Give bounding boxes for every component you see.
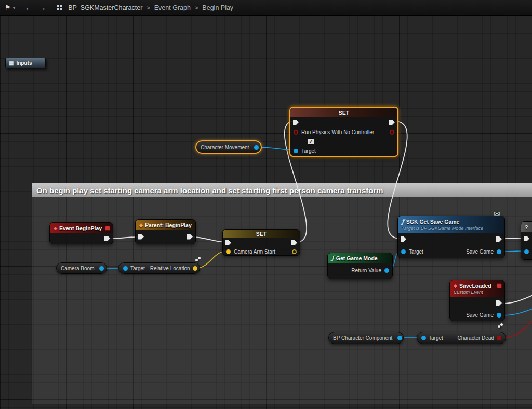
object-output-pin[interactable] — [497, 249, 501, 254]
comment-title: On begin play set starting camera arm lo… — [36, 186, 383, 195]
node-inputs[interactable]: ▦ Inputs — [5, 58, 46, 68]
breadcrumb-item-event-graph[interactable]: Event Graph — [154, 4, 191, 11]
object-input-pin[interactable] — [524, 249, 529, 254]
node-camera-boom[interactable]: Camera Boom — [56, 262, 107, 274]
node-set-run-physics[interactable]: SET Run Physics With No Controller ✓ Tar… — [289, 107, 398, 157]
node-get-game-mode[interactable]: ƒ Get Game Mode Return Value — [327, 253, 393, 279]
node-event-beginplay[interactable]: ◆ Event BeginPlay — [49, 222, 113, 244]
breadcrumb-item-blueprint[interactable]: BP_SGKMasterCharacter — [68, 4, 142, 11]
node-title: SET — [227, 231, 296, 237]
back-button[interactable]: ← — [25, 4, 33, 12]
target-input-pin[interactable] — [294, 149, 298, 153]
breadcrumb-item-begin-play[interactable]: Begin Play — [202, 4, 233, 11]
function-icon: ƒ — [331, 255, 334, 261]
pin-label: Target — [409, 249, 423, 255]
delegate-pin[interactable] — [105, 226, 110, 231]
target-input-pin[interactable] — [123, 266, 128, 271]
node-sgk-get-save-game[interactable]: ƒ SGK Get Save Game Target is BP SGKGame… — [397, 216, 505, 258]
node-header[interactable]: ◆ Event BeginPlay — [50, 223, 113, 233]
bool-input-pin[interactable] — [294, 130, 298, 135]
exec-out-pin[interactable] — [104, 236, 110, 241]
breadcrumb: BP_SGKMasterCharacter > Event Graph > Be… — [68, 4, 233, 11]
exec-out-pin[interactable] — [496, 236, 502, 242]
node-parent-beginplay[interactable]: ◆ Parent: BeginPlay — [135, 219, 196, 244]
node-character-dead[interactable]: Target Character Dead — [417, 332, 506, 344]
window-icon: ▦ — [9, 60, 14, 66]
object-output-pin[interactable] — [384, 268, 389, 273]
variable-label: Relative Location — [150, 266, 190, 271]
node-is-valid-partial[interactable]: ? — [521, 221, 532, 260]
chevron-right-icon: > — [147, 5, 150, 11]
node-save-loaded[interactable]: ◆ SaveLoaded Custom Event Save Game — [449, 280, 505, 321]
node-header[interactable]: ◆ Parent: BeginPlay — [136, 220, 195, 230]
delegate-pin[interactable] — [497, 283, 502, 288]
node-bp-character-component[interactable]: BP Character Component — [328, 332, 404, 344]
node-header[interactable]: SET — [290, 108, 397, 117]
variable-label: Character Movement — [201, 144, 249, 150]
variable-label: BP Character Component — [333, 335, 392, 341]
variable-label: Camera Boom — [61, 266, 94, 271]
pin-label: Target — [301, 148, 316, 154]
target-input-pin[interactable] — [401, 249, 406, 254]
node-relative-location[interactable]: Target Relative Location — [118, 262, 200, 274]
exec-out-pin[interactable] — [496, 300, 502, 306]
node-title: Inputs — [16, 60, 32, 66]
object-output-pin[interactable] — [397, 336, 402, 340]
forward-button[interactable]: → — [38, 4, 46, 12]
bool-output-pin[interactable] — [497, 336, 501, 340]
bookmark-icon[interactable]: ⚑ — [5, 4, 11, 11]
pin-label: Save Game — [466, 312, 494, 318]
vector-output-pin[interactable] — [292, 249, 297, 254]
function-icon: ƒ — [402, 218, 404, 225]
variable-label: Character Dead — [457, 335, 494, 341]
node-header[interactable]: ? — [521, 222, 532, 232]
node-character-movement[interactable]: Character Movement — [195, 140, 262, 154]
object-output-pin[interactable] — [497, 313, 501, 318]
vector-output-pin[interactable] — [193, 266, 197, 271]
graph-toolbar: ⚑ ▾ ← → BP_SGKMasterCharacter > Event Gr… — [0, 0, 532, 16]
checkmark-icon: ✓ — [309, 139, 313, 144]
event-diamond-icon: ◆ — [139, 222, 143, 228]
blueprint-editor: ⚑ ▾ ← → BP_SGKMasterCharacter > Event Gr… — [0, 0, 532, 409]
object-wire-charactermovement-target[interactable] — [258, 147, 293, 150]
object-output-pin[interactable] — [99, 266, 104, 271]
node-subtitle: Target is BP SGKGame Mode Interface — [402, 226, 483, 231]
vector-input-pin[interactable] — [226, 249, 231, 254]
event-diamond-icon: ◆ — [454, 283, 457, 288]
toolbar-divider — [20, 3, 20, 12]
exec-in-pin[interactable] — [225, 240, 231, 245]
node-header[interactable]: SET — [223, 230, 300, 238]
node-title: Get Game Mode — [336, 255, 378, 261]
chevron-right-icon: > — [195, 5, 198, 11]
interface-message-icon: ✉ — [494, 209, 500, 218]
wire-knot-icon — [195, 259, 198, 261]
question-icon: ? — [525, 224, 528, 230]
node-title: SGK Get Save Game — [406, 219, 460, 225]
exec-out-pin[interactable] — [187, 234, 193, 240]
target-input-pin[interactable] — [421, 336, 426, 340]
graph-hierarchy-icon — [57, 5, 59, 7]
toolbar-divider — [51, 3, 51, 12]
object-output-pin[interactable] — [254, 145, 259, 150]
exec-out-pin[interactable] — [291, 240, 297, 245]
pin-label: Camera Arm Start — [234, 249, 275, 255]
node-header[interactable]: ƒ Get Game Mode — [328, 253, 392, 263]
pin-label: Return Value — [351, 268, 381, 273]
node-set-camera-arm-start[interactable]: SET Camera Arm Start — [222, 229, 300, 256]
exec-in-pin[interactable] — [401, 236, 406, 242]
event-diamond-icon: ◆ — [54, 226, 57, 231]
node-header[interactable]: ƒ SGK Get Save Game Target is BP SGKGame… — [398, 216, 504, 233]
exec-in-pin[interactable] — [138, 234, 144, 240]
exec-in-pin[interactable] — [524, 236, 529, 241]
pin-label: Run Physics With No Controller — [301, 129, 374, 135]
wire-knot-icon — [498, 325, 500, 328]
node-title: SaveLoaded — [459, 283, 491, 289]
node-subtitle: Custom Event — [454, 289, 483, 295]
bookmark-dropdown-caret-icon[interactable]: ▾ — [13, 5, 16, 10]
comment-header[interactable]: On begin play set starting camera arm lo… — [32, 183, 532, 197]
bool-default-checkbox[interactable]: ✓ — [308, 138, 314, 145]
node-header[interactable]: ◆ SaveLoaded Custom Event — [450, 280, 504, 297]
exec-in-pin[interactable] — [293, 120, 299, 125]
exec-out-pin[interactable] — [389, 120, 395, 125]
bool-output-pin[interactable] — [390, 130, 394, 135]
